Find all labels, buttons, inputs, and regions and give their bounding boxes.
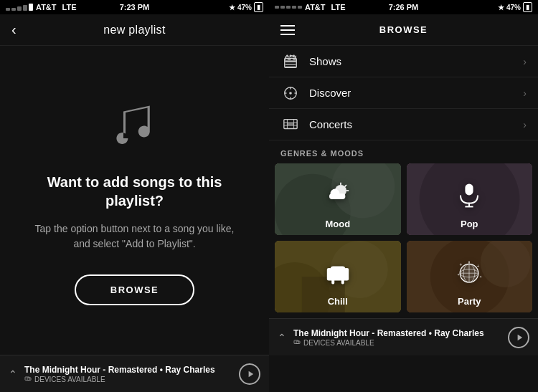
svg-rect-45 (330, 267, 345, 272)
devices-icon (24, 376, 32, 383)
svg-text:✦: ✦ (457, 273, 460, 277)
bluetooth-icon: ★ (229, 4, 235, 11)
browse-item-discover[interactable]: Discover › (269, 77, 538, 109)
right-track-title: The Midnight Hour - Remastered • Ray Cha… (293, 328, 501, 338)
left-now-playing-info: The Midnight Hour - Remastered • Ray Cha… (24, 365, 232, 383)
svg-text:+: + (477, 264, 480, 269)
left-panel: AT&T LTE 7:23 PM ★ 47% ▮ ‹ new playlist … (0, 0, 269, 392)
chill-icon (324, 258, 352, 290)
svg-rect-43 (331, 279, 334, 284)
svg-marker-62 (518, 334, 523, 340)
right-bottom-bar[interactable]: ⌃ The Midnight Hour - Remastered • Ray C… (269, 318, 538, 355)
right-bluetooth-icon: ★ (498, 4, 504, 11)
shows-label: Shows (309, 55, 523, 67)
pop-icon (455, 181, 483, 212)
left-nav-title: new playlist (103, 24, 165, 37)
discover-icon (280, 83, 301, 103)
svg-point-5 (293, 54, 295, 57)
genres-section-header: GENRES & MOODS (269, 140, 538, 163)
browse-item-concerts[interactable]: Concerts › (269, 109, 538, 140)
shows-icon (280, 52, 301, 72)
concerts-icon (280, 115, 301, 135)
genre-tile-party[interactable]: + + ✦ ✦ Party (407, 241, 533, 312)
back-button[interactable]: ‹ (11, 21, 16, 38)
mood-icon (324, 181, 352, 212)
svg-rect-44 (341, 279, 344, 284)
discover-label: Discover (309, 87, 523, 99)
right-play-button[interactable] (508, 327, 529, 348)
discover-chevron: › (523, 87, 527, 99)
browse-list: Shows › Discover › (269, 46, 538, 140)
chill-label: Chill (275, 296, 401, 307)
browse-button[interactable]: BROWSE (75, 274, 195, 305)
party-label: Party (407, 296, 533, 307)
pop-label: Pop (407, 219, 533, 229)
party-icon: + + ✦ ✦ (455, 258, 483, 290)
concerts-chevron: › (523, 119, 527, 130)
left-bottom-bar[interactable]: ⌃ The Midnight Hour - Remastered • Ray C… (0, 355, 269, 392)
genre-grid: Mood Pop (269, 163, 538, 318)
left-battery-area: ★ 47% ▮ (229, 2, 263, 12)
hamburger-line-1 (280, 25, 295, 27)
playlist-question: Want to add songs to this playlist? (29, 173, 240, 210)
genre-tile-pop[interactable]: Pop (407, 163, 533, 235)
signal-icon (6, 4, 33, 11)
browse-item-shows[interactable]: Shows › (269, 46, 538, 77)
right-nav-bar: BROWSE (269, 14, 538, 46)
hamburger-line-3 (280, 34, 295, 35)
concerts-label: Concerts (309, 118, 523, 130)
svg-text:✦: ✦ (479, 275, 482, 279)
left-content: Want to add songs to this playlist? Tap … (0, 46, 269, 355)
svg-point-4 (290, 54, 292, 57)
shows-chevron: › (523, 56, 527, 67)
hamburger-menu-button[interactable] (280, 25, 295, 35)
hamburger-line-2 (280, 29, 295, 31)
mood-label: Mood (275, 219, 401, 229)
svg-rect-61 (296, 341, 300, 344)
right-battery-area: ★ 47% ▮ (498, 2, 532, 12)
svg-rect-26 (329, 193, 345, 199)
expand-icon[interactable]: ⌃ (9, 368, 17, 380)
svg-marker-2 (249, 371, 254, 376)
svg-rect-33 (466, 183, 473, 195)
svg-rect-15 (287, 123, 293, 125)
right-battery-icon: ▮ (523, 2, 532, 12)
left-play-button[interactable] (239, 363, 260, 385)
svg-point-9 (289, 92, 292, 95)
music-note-icon (106, 95, 164, 156)
right-nav-title: BROWSE (379, 24, 428, 35)
right-carrier: AT&T LTE (275, 3, 345, 11)
svg-rect-1 (27, 378, 31, 381)
right-now-playing-info: The Midnight Hour - Remastered • Ray Cha… (293, 328, 501, 347)
left-carrier: AT&T LTE (6, 3, 76, 11)
playlist-description: Tap the option button next to a song you… (29, 221, 240, 252)
right-time: 7:26 PM (389, 3, 419, 11)
right-devices-sub: DEVICES AVAILABLE (293, 339, 501, 347)
svg-line-28 (344, 185, 346, 186)
left-status-bar: AT&T LTE 7:23 PM ★ 47% ▮ (0, 0, 269, 14)
genre-tile-chill[interactable]: Chill (275, 241, 401, 312)
genre-tile-mood[interactable]: Mood (275, 163, 401, 235)
left-devices-sub: DEVICES AVAILABLE (24, 376, 232, 383)
battery-icon: ▮ (254, 2, 263, 12)
svg-point-3 (286, 54, 288, 57)
left-nav-bar: ‹ new playlist (0, 14, 269, 46)
right-status-bar: AT&T LTE 7:26 PM ★ 47% ▮ (269, 0, 538, 14)
left-track-title: The Midnight Hour - Remastered • Ray Cha… (24, 365, 232, 375)
svg-text:+: + (460, 262, 463, 267)
right-signal-icon (275, 6, 302, 9)
right-panel: AT&T LTE 7:26 PM ★ 47% ▮ BROWSE (269, 0, 538, 392)
right-expand-icon[interactable]: ⌃ (278, 332, 286, 343)
right-devices-icon (293, 339, 301, 346)
left-time: 7:23 PM (120, 3, 150, 11)
